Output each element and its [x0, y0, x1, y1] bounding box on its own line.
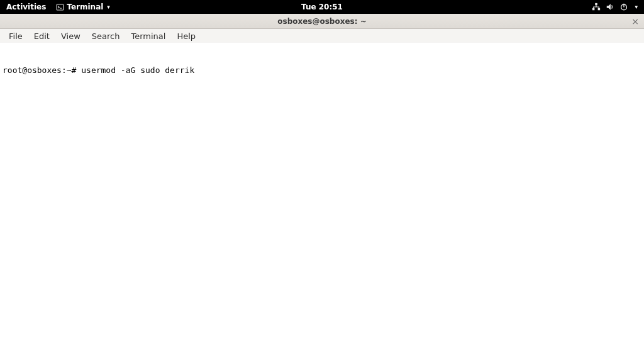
shell-prompt: root@osboxes:~#	[3, 65, 81, 76]
dropdown-icon: ▾	[107, 4, 110, 10]
network-icon[interactable]	[592, 3, 601, 11]
terminal-menubar: File Edit View Search Terminal Help	[0, 29, 644, 43]
clock[interactable]: Tue 20:51	[299, 3, 345, 11]
activities-button[interactable]: Activities	[4, 3, 48, 11]
svg-rect-3	[598, 8, 601, 11]
gnome-top-panel: Activities Terminal ▾ Tue 20:51	[0, 0, 644, 14]
svg-rect-0	[57, 4, 64, 10]
menu-view[interactable]: View	[56, 30, 86, 42]
terminal-viewport[interactable]: root@osboxes:~# usermod -aG sudo derrik	[0, 43, 644, 88]
window-title: osboxes@osboxes: ~	[277, 17, 367, 26]
app-menu-button[interactable]: Terminal ▾	[53, 3, 113, 11]
menu-search[interactable]: Search	[87, 30, 125, 42]
menu-terminal[interactable]: Terminal	[126, 30, 170, 42]
system-menu-dropdown-icon[interactable]: ▾	[635, 4, 638, 10]
svg-rect-2	[592, 8, 595, 11]
panel-left-group: Activities Terminal ▾	[4, 3, 113, 11]
close-button[interactable]: ×	[631, 16, 639, 26]
panel-right-group: ▾	[589, 3, 640, 11]
window-titlebar: osboxes@osboxes: ~ ×	[0, 14, 644, 29]
shell-command: usermod -aG sudo derrik	[81, 65, 194, 76]
terminal-icon	[56, 3, 64, 11]
svg-rect-1	[596, 3, 598, 6]
power-icon[interactable]	[619, 3, 628, 11]
menu-file[interactable]: File	[4, 30, 28, 42]
volume-icon[interactable]	[606, 3, 614, 11]
menu-help[interactable]: Help	[172, 30, 201, 42]
menu-edit[interactable]: Edit	[29, 30, 55, 42]
terminal-line: root@osboxes:~# usermod -aG sudo derrik	[3, 65, 641, 76]
app-menu-label: Terminal	[67, 3, 103, 11]
